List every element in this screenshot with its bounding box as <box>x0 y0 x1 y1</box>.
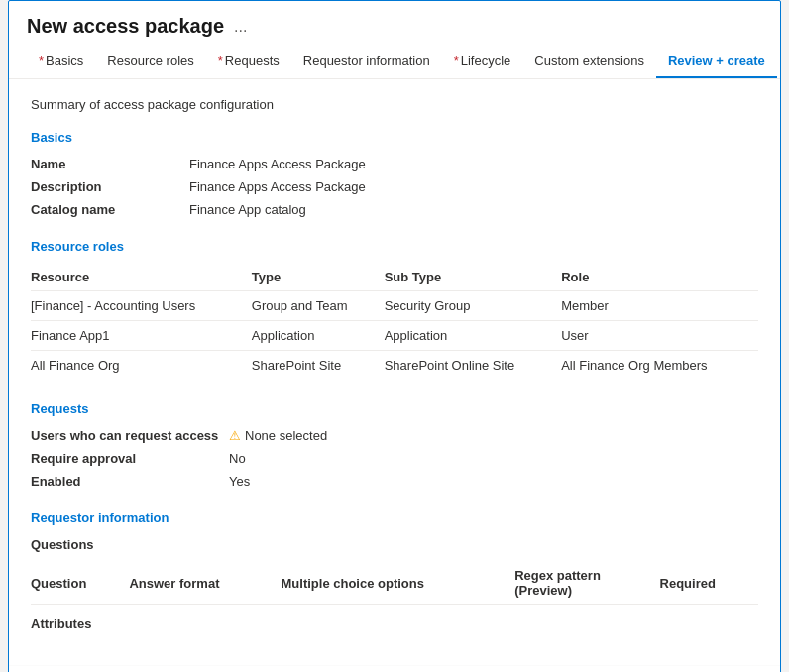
row2-type: Application <box>252 321 385 351</box>
row1-subtype: Security Group <box>385 291 562 321</box>
col-answer-format: Answer format <box>129 562 281 605</box>
required-indicator: * <box>39 54 44 68</box>
row1-type: Group and Team <box>252 291 385 321</box>
row2-subtype: Application <box>385 321 562 351</box>
requestor-info-title: Requestor information <box>31 510 758 525</box>
tab-basics[interactable]: *Basics <box>27 46 95 78</box>
requests-approval-value: No <box>229 449 758 468</box>
attributes-label: Attributes <box>31 616 758 631</box>
warning-icon: ⚠ <box>229 428 241 443</box>
table-row: All Finance Org SharePoint Site SharePoi… <box>31 351 758 381</box>
basics-description-label: Description <box>31 177 189 196</box>
tab-custom-extensions[interactable]: Custom extensions <box>522 46 656 78</box>
main-window: New access package ... *Basics Resource … <box>8 0 781 672</box>
requests-users-label: Users who can request access <box>31 426 229 445</box>
col-subtype: Sub Type <box>385 264 562 291</box>
basics-name-value: Finance Apps Access Package <box>189 155 758 173</box>
basics-catalog-label: Catalog name <box>31 200 189 219</box>
requests-info-grid: Users who can request access ⚠None selec… <box>31 426 758 491</box>
basics-name-label: Name <box>31 155 189 173</box>
required-indicator: * <box>218 54 223 68</box>
page-title: New access package <box>27 15 224 38</box>
col-type: Type <box>252 264 385 291</box>
resource-roles-section-title: Resource roles <box>31 239 758 254</box>
questions-label: Questions <box>31 535 758 554</box>
col-multiple-choice: Multiple choice options <box>282 562 515 605</box>
col-role: Role <box>561 264 758 291</box>
col-required: Required <box>660 562 758 605</box>
row3-resource: All Finance Org <box>31 351 252 381</box>
footer: Previous Create <box>9 665 780 672</box>
resource-roles-table: Resource Type Sub Type Role [Finance] - … <box>31 264 758 380</box>
resource-roles-section: Resource roles Resource Type Sub Type Ro… <box>31 239 758 380</box>
row1-resource: [Finance] - Accounting Users <box>31 291 252 321</box>
requests-enabled-label: Enabled <box>31 472 229 491</box>
table-row: Finance App1 Application Application Use… <box>31 321 758 351</box>
table-row: [Finance] - Accounting Users Group and T… <box>31 291 758 321</box>
requests-users-value: ⚠None selected <box>229 426 758 445</box>
row3-subtype: SharePoint Online Site <box>385 351 562 381</box>
col-resource: Resource <box>31 264 252 291</box>
basics-description-value: Finance Apps Access Package <box>189 177 758 196</box>
basics-info-grid: Name Finance Apps Access Package Descrip… <box>31 155 758 219</box>
requests-section-title: Requests <box>31 401 758 416</box>
tab-requestor-information[interactable]: Requestor information <box>291 46 442 78</box>
questions-table: Question Answer format Multiple choice o… <box>31 562 758 605</box>
row2-resource: Finance App1 <box>31 321 252 351</box>
row3-type: SharePoint Site <box>252 351 385 381</box>
basics-section-title: Basics <box>31 130 758 145</box>
required-indicator: * <box>454 54 459 68</box>
col-regex: Regex pattern (Preview) <box>514 562 659 605</box>
tab-requests[interactable]: *Requests <box>206 46 291 78</box>
summary-heading: Summary of access package configuration <box>31 97 758 112</box>
tab-lifecycle[interactable]: *Lifecycle <box>442 46 523 78</box>
requests-approval-label: Require approval <box>31 449 229 468</box>
requestor-info-section: Requestor information Questions Question… <box>31 510 758 631</box>
col-question: Question <box>31 562 129 605</box>
tab-review-create[interactable]: Review + create <box>656 46 777 78</box>
tabs-bar: *Basics Resource roles *Requests Request… <box>9 46 780 79</box>
row1-role: Member <box>561 291 758 321</box>
tab-resource-roles[interactable]: Resource roles <box>95 46 205 78</box>
ellipsis-menu[interactable]: ... <box>234 18 247 36</box>
row2-role: User <box>561 321 758 351</box>
requests-section: Requests Users who can request access ⚠N… <box>31 401 758 491</box>
basics-catalog-value: Finance App catalog <box>189 200 758 219</box>
content-area: Summary of access package configuration … <box>9 79 780 665</box>
row3-role: All Finance Org Members <box>561 351 758 381</box>
requests-enabled-value: Yes <box>229 472 758 491</box>
header: New access package ... <box>9 1 780 44</box>
